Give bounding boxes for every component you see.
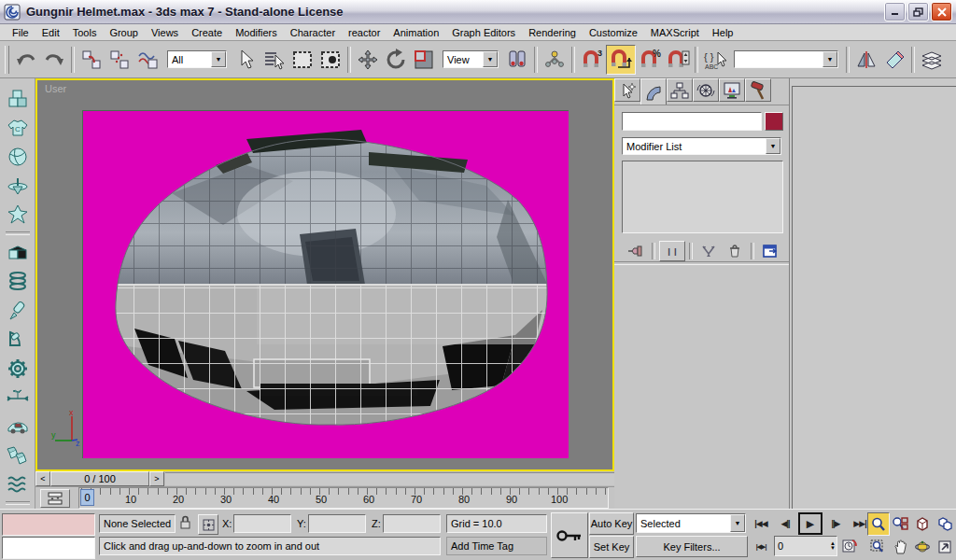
select-and-scale-icon[interactable] [410, 46, 438, 74]
minimize-button[interactable] [884, 2, 906, 21]
tab-motion[interactable] [693, 78, 719, 102]
close-button[interactable] [931, 2, 952, 21]
named-selection-dropdown[interactable]: ▼ [734, 50, 838, 68]
remove-modifier-icon[interactable] [723, 242, 747, 260]
min-max-toggle-icon[interactable] [935, 536, 955, 557]
frame-spinner[interactable]: ▲▼ [829, 541, 836, 551]
tab-create[interactable] [614, 78, 640, 102]
pin-stack-icon[interactable] [624, 242, 648, 260]
object-color-swatch[interactable] [765, 112, 783, 131]
set-keys-key-icon[interactable] [551, 512, 588, 558]
selection-filter-dropdown[interactable]: All ▼ [167, 50, 227, 68]
chevron-down-icon[interactable]: ▼ [766, 138, 780, 154]
previous-frame-arrow[interactable]: < [35, 471, 50, 486]
angle-snap-toggle-icon[interactable] [606, 45, 636, 75]
menu-animation[interactable]: Animation [387, 25, 445, 40]
menu-character[interactable]: Character [284, 25, 342, 40]
chevron-down-icon[interactable]: ▼ [483, 51, 498, 67]
modifier-list-dropdown[interactable]: Modifier List ▼ [622, 137, 781, 155]
play-icon[interactable]: ▶ [798, 512, 822, 535]
select-and-manipulate-icon[interactable] [541, 46, 569, 74]
menu-modifiers[interactable]: Modifiers [229, 25, 284, 40]
x-coordinate-field[interactable] [233, 514, 291, 533]
reference-coordinate-system-dropdown[interactable]: View ▼ [443, 50, 499, 68]
y-coordinate-input[interactable] [309, 515, 369, 528]
time-slider-handle[interactable]: 0 / 100 [50, 471, 149, 486]
arc-rotate-icon[interactable] [912, 536, 933, 557]
pan-hand-icon[interactable] [890, 536, 910, 557]
time-slider-track[interactable] [165, 472, 614, 485]
cubes-icon[interactable] [4, 84, 32, 113]
zoom-extents-icon[interactable] [912, 512, 933, 534]
key-filters-button[interactable]: Key Filters... [636, 536, 748, 557]
menu-edit[interactable]: Edit [35, 25, 66, 40]
select-and-move-icon[interactable] [354, 46, 382, 74]
menu-file[interactable]: File [6, 25, 35, 40]
auto-key-button[interactable]: Auto Key [589, 512, 634, 535]
protractor-icon[interactable] [4, 325, 32, 354]
restore-button[interactable] [907, 2, 929, 21]
y-coordinate-field[interactable] [308, 514, 366, 533]
key-mode-dropdown[interactable]: Selected ▼ [636, 513, 746, 533]
weathervane-icon[interactable] [4, 383, 32, 412]
chisel-icon[interactable] [4, 296, 32, 325]
gear-icon[interactable] [4, 354, 32, 383]
maxscript-mini-listener-white[interactable] [2, 537, 95, 559]
select-and-rotate-icon[interactable] [382, 46, 410, 74]
tab-hierarchy[interactable] [667, 78, 693, 102]
zoom-icon[interactable] [867, 512, 890, 536]
show-end-result-icon[interactable]: ❙❙ [659, 241, 685, 261]
select-and-link-icon[interactable] [77, 46, 105, 74]
menu-rendering[interactable]: Rendering [522, 25, 583, 40]
viewport-user[interactable]: User [35, 78, 614, 471]
tab-utilities[interactable] [745, 78, 771, 102]
maxscript-mini-listener-pink[interactable] [2, 513, 95, 536]
time-configuration-icon[interactable] [839, 536, 860, 555]
select-by-name-icon[interactable] [260, 46, 288, 74]
shirt-icon[interactable]: C [4, 113, 32, 142]
unlink-selection-icon[interactable] [105, 46, 134, 74]
track-bar-ruler[interactable]: 0 10 20 30 40 50 60 70 80 90 100 [78, 487, 609, 509]
tab-display[interactable] [719, 78, 745, 102]
make-unique-icon[interactable] [696, 242, 721, 260]
chevron-down-icon[interactable]: ▼ [822, 51, 837, 67]
current-frame-field[interactable]: ▲▼ [774, 536, 837, 556]
rectangular-selection-region-icon[interactable] [288, 46, 316, 74]
redo-icon[interactable] [40, 46, 68, 74]
add-time-tag[interactable]: Add Time Tag [446, 537, 547, 555]
menu-reactor[interactable]: reactor [342, 25, 387, 40]
spinning-top-icon[interactable] [4, 171, 32, 200]
ball-icon[interactable] [4, 142, 32, 171]
region-zoom-icon[interactable] [867, 536, 888, 557]
mini-curve-editor-icon[interactable] [40, 489, 70, 508]
current-frame-marker[interactable]: 0 [80, 489, 94, 506]
spring-icon[interactable] [4, 267, 32, 296]
tab-modify[interactable] [640, 78, 667, 105]
toolbar-grip[interactable] [5, 46, 9, 74]
menu-create[interactable]: Create [185, 25, 229, 40]
checker-icon[interactable] [4, 238, 32, 267]
named-selection-sets-icon[interactable]: { }ABC [701, 46, 729, 74]
absolute-mode-icon[interactable] [198, 514, 218, 535]
key-mode-toggle-icon[interactable]: |◀▶| [750, 536, 772, 557]
go-to-start-icon[interactable]: |◀◀ [750, 512, 772, 534]
current-frame-input[interactable] [775, 540, 829, 552]
menu-tools[interactable]: Tools [66, 25, 104, 40]
zoom-extents-all-icon[interactable] [935, 512, 955, 534]
window-crossing-toggle-icon[interactable] [316, 46, 344, 74]
layer-manager-icon[interactable] [918, 46, 946, 74]
select-object-icon[interactable] [232, 46, 260, 74]
configure-modifier-sets-icon[interactable] [758, 242, 782, 260]
undo-icon[interactable] [12, 46, 40, 74]
open-boxes-icon[interactable] [4, 441, 32, 469]
previous-frame-icon[interactable]: ◀|| [774, 512, 796, 534]
menu-customize[interactable]: Customize [583, 25, 644, 40]
helmet-model[interactable] [83, 111, 569, 458]
object-name-input[interactable] [623, 113, 765, 126]
z-coordinate-input[interactable] [384, 515, 443, 528]
align-icon[interactable] [880, 46, 908, 74]
percent-snap-toggle-icon[interactable]: % [636, 46, 664, 74]
viewport-label[interactable]: User [45, 83, 66, 94]
set-key-button[interactable]: Set Key [589, 536, 634, 558]
menu-help[interactable]: Help [706, 25, 740, 40]
